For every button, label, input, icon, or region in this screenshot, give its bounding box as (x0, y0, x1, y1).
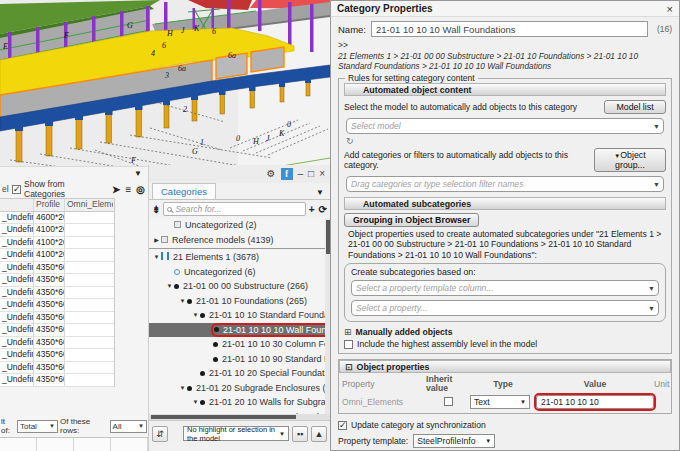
include-highest-assembly-checkbox[interactable] (344, 340, 353, 349)
table-row[interactable]: _Undefined4350*600 (0, 312, 114, 325)
include-highest-assembly-label: Include the highest assembly level in th… (357, 339, 537, 349)
model-list-button[interactable]: Model list (604, 100, 666, 114)
drag-categories-combo[interactable]: Drag categories or type selection filter… (346, 176, 664, 192)
tree-item[interactable]: ▼21-01 10 Foundations (265) (149, 294, 330, 309)
tab-categories[interactable]: Categories (152, 183, 216, 199)
expander-icon[interactable]: ▼ (191, 399, 200, 405)
table-row[interactable]: _Undefined4350*600 (0, 349, 114, 362)
tree-item-label: 21-01 10 10 Standard Foundations (265) (209, 310, 330, 320)
dialog-title-bar[interactable]: Category Properties × (331, 1, 679, 17)
name-input[interactable] (371, 21, 648, 37)
add-category-icon[interactable]: + (308, 204, 316, 215)
table-row[interactable]: _Undefined4350*600 (0, 362, 114, 375)
create-subcategories-box: Create subcategories based on: Select a … (344, 263, 666, 322)
tree-item[interactable]: 21-01 10 10 90 Standard Foundation Su (149, 352, 330, 367)
table-row[interactable]: _Undefined4350*600 (0, 274, 114, 287)
tree-horizontal-scrollbar[interactable] (149, 414, 330, 420)
update-at-sync-checkbox[interactable] (338, 421, 347, 430)
tree-item[interactable]: ▼21-01 20 Subgrade Enclosures (-) (149, 381, 330, 396)
maximize-icon[interactable]: □ (308, 169, 314, 179)
tree-item[interactable]: 21-01 10 10 30 Column Foundations (13 (149, 337, 330, 352)
list-options-icon[interactable]: ≡ (124, 184, 132, 195)
type-combo[interactable]: Text▼ (470, 395, 530, 409)
table-row[interactable]: _Undefined4350*600 (0, 374, 114, 387)
dot-icon (200, 371, 205, 376)
result-of-combo[interactable]: Total▼ (17, 420, 58, 433)
pick-in-model-icon[interactable]: ➤ (111, 184, 121, 195)
object-properties-header[interactable]: ⊡ Object properties (339, 360, 671, 373)
close-panel-icon[interactable]: × (319, 169, 325, 179)
table-row[interactable]: _Undefined4350*600 (0, 324, 114, 337)
tree-item[interactable]: ▼21-01 10 10 Standard Foundations (265) (149, 308, 330, 323)
table-row[interactable]: _Undefined4100*200 (0, 237, 114, 250)
expander-icon[interactable]: ▼ (152, 254, 161, 260)
tree-item[interactable]: ▼21-01 00 00 Substructure (266) (149, 279, 330, 294)
automated-subcategories-header[interactable]: Automated subcategories (344, 197, 666, 210)
col-omni-elements[interactable]: Omni_Elements (65, 199, 113, 211)
tree-item[interactable]: Uncategorized (2) (149, 218, 330, 233)
search-placeholder: Search for... (175, 204, 221, 214)
box-icon (174, 221, 181, 228)
color-objects-icon[interactable]: ▪▪ (292, 426, 308, 442)
close-icon[interactable]: × (667, 3, 673, 15)
model-viewport[interactable]: EFGHJK6646a36a21GF0HJK0 (0, 0, 330, 180)
table-header[interactable]: Profile Omni_Elements (0, 198, 114, 212)
tree-item[interactable]: ▼21 Elements 1 (3678) (149, 250, 330, 265)
search-input[interactable]: Search for... (163, 202, 305, 216)
expander-icon[interactable]: ▶ (152, 236, 161, 243)
show-from-categories-checkbox[interactable] (12, 185, 21, 194)
dot-icon (187, 299, 192, 304)
tree-item[interactable]: 21-01 10 20 Special Foundations (-) (149, 366, 330, 381)
object-group-button[interactable]: ▼Object group... (594, 148, 666, 172)
table-row[interactable]: _Undefined4100*200 (0, 249, 114, 262)
table-row[interactable]: _Undefined4350*600 (0, 262, 114, 275)
expand-manually-added-icon[interactable]: ⊞ (344, 327, 352, 337)
table-row[interactable]: _Undefined4350*600 (0, 337, 114, 350)
panel-menu-caret-icon[interactable]: ▼ (134, 169, 142, 178)
tab-menu-caret-icon[interactable]: ▼ (316, 188, 324, 197)
property-combo[interactable]: Select a property...▼ (351, 300, 659, 316)
property-template-combo[interactable]: SteelProfileInfo▼ (413, 434, 495, 448)
select-model-text: Select the model to automatically add ob… (344, 102, 604, 112)
wall-foundation-b (216, 53, 247, 79)
object-properties-section: ⊡ Object properties Property Inherit val… (338, 359, 672, 414)
col-profile[interactable]: Profile (34, 199, 65, 211)
expander-icon[interactable]: ▼ (191, 312, 200, 318)
feedback-icon[interactable]: f (281, 168, 293, 180)
table-row[interactable]: _Undefined4100*200 (0, 224, 114, 237)
table-row[interactable]: _Undefined4350*600 (0, 299, 114, 312)
template-column-combo[interactable]: Select a property template column...▼ (351, 280, 659, 296)
grouping-button[interactable]: Grouping in Object Browser (344, 213, 479, 227)
box-icon (161, 236, 168, 243)
collapse-all-icon[interactable]: ⇟ (151, 204, 161, 215)
sync-selection-icon[interactable]: ⇵ (152, 426, 168, 442)
refresh-view-icon[interactable]: ◎ (135, 184, 146, 195)
rows-combo[interactable]: All▼ (110, 420, 147, 433)
expander-icon[interactable]: ▼ (178, 385, 187, 391)
tree-item[interactable]: ▶Reference models (4139) (149, 233, 330, 248)
refresh-categories-icon[interactable]: ⟳ (318, 204, 328, 215)
expander-icon[interactable]: ▼ (165, 283, 174, 289)
tree-item[interactable]: 21-01 10 10 10 Wall Foundations (16) (149, 323, 330, 338)
select-model-combo[interactable]: Select model▼ (346, 118, 664, 134)
object-count: (16) (657, 24, 672, 34)
gear-icon[interactable]: ⚙ (267, 169, 276, 179)
tree-item[interactable]: Uncategorized (6) (149, 265, 330, 280)
inherit-value-checkbox[interactable] (444, 397, 453, 406)
minimize-icon[interactable]: – (298, 169, 304, 179)
highlight-mode-combo[interactable]: No highlight or selection in the model▼ (183, 426, 289, 441)
breadcrumb-arrows[interactable]: >> (338, 40, 672, 50)
dialog-title: Category Properties (337, 3, 433, 14)
expander-icon[interactable]: ▼ (178, 298, 187, 304)
sync-model-icon[interactable]: ↻ (346, 136, 666, 146)
table-row[interactable]: _Undefined4350*600 (0, 287, 114, 300)
value-input[interactable]: 21-01 10 10 10 (536, 395, 654, 409)
col-inherit-value: Inherit value (426, 373, 470, 395)
object-browser-panel: ▼ el Show from Categories ➤ ≡ ◎ Profile … (0, 166, 148, 451)
col-blank[interactable] (0, 199, 34, 211)
panel-strip: ▼ (0, 167, 148, 180)
isolate-icon[interactable]: ▲ (311, 426, 327, 442)
tree-item[interactable]: ▼21-01 20 10 Walls for Subgrade Enclosur… (149, 395, 330, 410)
automated-object-content-header[interactable]: Automated object content (344, 83, 666, 96)
table-row[interactable]: _Undefined4600*200 (0, 212, 114, 225)
